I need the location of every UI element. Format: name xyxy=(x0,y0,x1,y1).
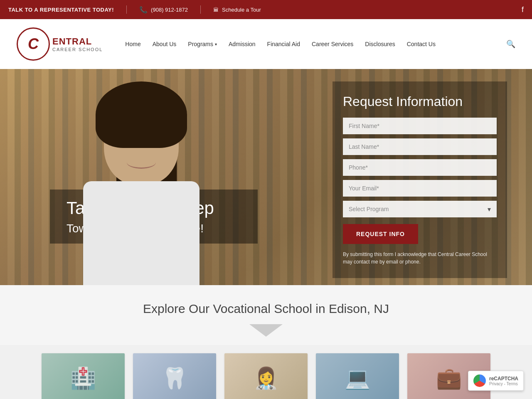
card-medical[interactable]: 🏥 xyxy=(42,353,125,399)
talk-label: TALK TO A REPRESENTATIVE TODAY! xyxy=(8,7,114,13)
form-disclaimer: By submitting this form I acknowledge th… xyxy=(343,251,497,266)
logo-circle: C xyxy=(17,27,50,61)
phone-link[interactable]: 📞 (908) 912-1872 xyxy=(139,6,188,14)
logo-letter: C xyxy=(28,35,39,53)
select-program-wrapper: Select Program Medical AssistantDental A… xyxy=(343,201,497,217)
down-chevron-icon xyxy=(249,324,283,337)
nav-admission[interactable]: Admission xyxy=(223,37,261,51)
phone-input[interactable] xyxy=(343,159,497,176)
schedule-tour-link[interactable]: 🏛 Schedule a Tour xyxy=(213,7,261,13)
logo-main: ENTRAL xyxy=(52,36,103,47)
card-patient-care[interactable]: 👩‍⚕️ xyxy=(224,353,308,399)
nav-home[interactable]: Home xyxy=(119,37,146,51)
facebook-icon: f xyxy=(522,5,524,14)
person-body xyxy=(83,181,200,285)
card-dental[interactable]: 🦷 xyxy=(133,353,216,399)
logo-sub: CAREER SCHOOL xyxy=(52,47,103,52)
card-it[interactable]: 💻 xyxy=(316,353,399,399)
recaptcha-badge: reCAPTCHA Privacy - Terms xyxy=(468,371,524,391)
building-icon: 🏛 xyxy=(213,7,219,13)
nav-programs[interactable]: Programs ▾ xyxy=(182,37,223,51)
programs-chevron-icon: ▾ xyxy=(215,42,217,47)
card-dental-image: 🦷 xyxy=(133,353,216,399)
recaptcha-logo xyxy=(473,374,486,387)
hero-section: Take the Next Step Towards a Brighter Fu… xyxy=(0,69,532,285)
request-form-panel: Request Information Select Program Medic… xyxy=(332,81,507,278)
nav-financial-aid[interactable]: Financial Aid xyxy=(261,37,306,51)
person-smile xyxy=(127,156,156,169)
person-hair xyxy=(96,81,187,148)
phone-icon: 📞 xyxy=(139,6,148,14)
divider xyxy=(126,5,127,14)
main-nav: Home About Us Programs ▾ Admission Finan… xyxy=(119,37,515,51)
last-name-input[interactable] xyxy=(343,138,497,155)
recaptcha-label: reCAPTCHA xyxy=(489,376,518,382)
explore-heading: Explore Our Vocational School in Edison,… xyxy=(8,302,524,316)
person-figure xyxy=(21,69,262,285)
schedule-tour-label: Schedule a Tour xyxy=(222,7,261,13)
card-patient-care-image: 👩‍⚕️ xyxy=(224,353,308,399)
top-bar: TALK TO A REPRESENTATIVE TODAY! 📞 (908) … xyxy=(0,0,532,19)
explore-arrow xyxy=(8,324,524,337)
phone-number: (908) 912-1872 xyxy=(151,7,188,13)
cards-section: 🏥 🦷 👩‍⚕️ 💻 💼 xyxy=(0,345,532,399)
recaptcha-sub: Privacy - Terms xyxy=(489,382,518,386)
select-program-dropdown[interactable]: Select Program Medical AssistantDental A… xyxy=(343,201,497,217)
email-input[interactable] xyxy=(343,180,497,197)
form-title: Request Information xyxy=(343,94,497,109)
hero-image-area xyxy=(0,69,291,285)
top-bar-left: TALK TO A REPRESENTATIVE TODAY! 📞 (908) … xyxy=(8,5,522,14)
first-name-input[interactable] xyxy=(343,118,497,134)
request-info-button[interactable]: REQUEST INFO xyxy=(343,224,418,244)
nav-career-services[interactable]: Career Services xyxy=(306,37,359,51)
logo-text: ENTRAL CAREER SCHOOL xyxy=(52,36,103,52)
recaptcha-text: reCAPTCHA Privacy - Terms xyxy=(489,376,518,386)
explore-section: Explore Our Vocational School in Edison,… xyxy=(0,285,532,345)
logo[interactable]: C ENTRAL CAREER SCHOOL xyxy=(17,27,103,61)
nav-disclosures[interactable]: Disclosures xyxy=(359,37,401,51)
card-it-image: 💻 xyxy=(316,353,399,399)
search-icon[interactable]: 🔍 xyxy=(506,39,515,49)
nav-contact-us[interactable]: Contact Us xyxy=(401,37,441,51)
divider2 xyxy=(200,5,201,14)
facebook-link[interactable]: f xyxy=(522,5,524,14)
header: C ENTRAL CAREER SCHOOL Home About Us Pro… xyxy=(0,19,532,69)
card-medical-image: 🏥 xyxy=(42,353,125,399)
nav-about-us[interactable]: About Us xyxy=(147,37,182,51)
